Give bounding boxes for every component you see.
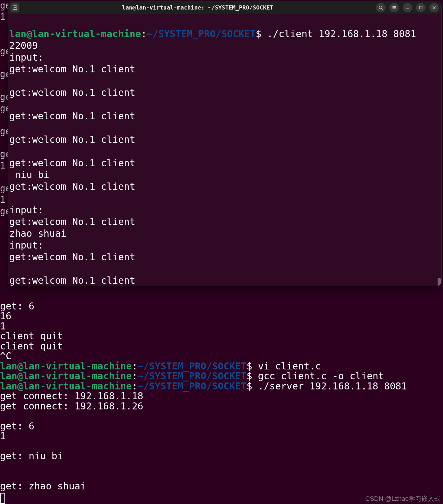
output-line: get:welcom No.1 client (9, 216, 135, 227)
terminal-cursor (0, 493, 5, 504)
output-line: get:welcom No.1 client (9, 275, 135, 286)
close-button[interactable] (429, 3, 439, 12)
prompt-path: ~/SYSTEM_PRO/SOCKET (147, 28, 255, 39)
terminal-window: lan@lan-virtual-machine: ~/SYSTEM_PRO/SO… (8, 1, 442, 286)
output-line: input: (9, 204, 43, 216)
prompt-user: lan@lan-virtual-machine (9, 28, 141, 39)
output-line: 16 (0, 310, 11, 322)
prompt-path: ~/SYSTEM_PRO/SOCKET (137, 370, 246, 381)
output-line: client quit (0, 330, 63, 342)
command-text: vi client.c (258, 361, 321, 372)
output-line: niu bi (9, 169, 49, 180)
output-line: 22009 (9, 40, 38, 51)
output-line: get: niu bi (0, 450, 63, 461)
output-line: input: (9, 240, 43, 251)
titlebar[interactable]: lan@lan-virtual-machine: ~/SYSTEM_PRO/SO… (8, 1, 441, 14)
output-line: get: zhao shuai (0, 481, 86, 492)
hamburger-icon (392, 5, 396, 10)
window-title: lan@lan-virtual-machine: ~/SYSTEM_PRO/SO… (19, 4, 376, 11)
prompt-user: lan@lan-virtual-machine (0, 361, 132, 372)
prompt-user: lan@lan-virtual-machine (0, 370, 132, 381)
output-line: get connect: 192.168.1.26 (0, 401, 143, 412)
output-line: ^C (0, 350, 11, 361)
scrollbar-thumb[interactable] (438, 278, 441, 286)
maximize-icon (419, 5, 423, 10)
output-line: get:welcom No.1 client (9, 181, 135, 192)
output-line: get:welcom No.1 client (9, 63, 135, 75)
search-icon (379, 5, 383, 10)
background-terminal-body[interactable]: get: 6 16 1 client quit client quit ^C l… (0, 291, 443, 491)
minimize-icon (405, 5, 410, 10)
close-icon (432, 5, 436, 10)
search-button[interactable] (376, 3, 386, 12)
output-line: client quit (0, 341, 63, 352)
prompt-path: ~/SYSTEM_PRO/SOCKET (137, 381, 246, 392)
output-line: zhao shuai (9, 228, 67, 239)
menu-button[interactable] (389, 3, 399, 12)
command-text: gcc client.c -o client (258, 370, 384, 381)
output-line: get:welcom No.1 client (9, 87, 135, 98)
new-tab-button[interactable] (10, 3, 19, 12)
output-line: get connect: 192.168.1.18 (0, 390, 143, 401)
terminal-body[interactable]: lan@lan-virtual-machine:~/SYSTEM_PRO/SOC… (8, 14, 441, 286)
prompt-user: lan@lan-virtual-machine (0, 381, 132, 392)
svg-rect-9 (420, 6, 422, 9)
minimize-button[interactable] (403, 3, 412, 12)
command-text: ./client 192.168.1.18 8081 (267, 28, 416, 39)
output-line: 1 (0, 321, 6, 332)
maximize-button[interactable] (416, 3, 426, 12)
output-line: get:welcom No.1 client (9, 157, 135, 169)
new-tab-icon (12, 5, 17, 10)
output-line: input: (9, 52, 43, 63)
output-line: get:welcom No.1 client (9, 251, 135, 262)
output-line: get: 6 (0, 421, 34, 432)
output-line: get:welcom No.1 client (9, 110, 135, 122)
svg-point-3 (379, 6, 382, 9)
command-text: ./server 192.168.1.18 8081 (258, 381, 407, 392)
output-line: get:welcom No.1 client (9, 134, 135, 145)
output-line: get: 6 (0, 301, 34, 312)
prompt-path: ~/SYSTEM_PRO/SOCKET (137, 361, 246, 372)
output-line: 1 (0, 430, 6, 441)
svg-line-4 (382, 9, 383, 10)
watermark: CSDN @Lzhao学习嵌入式 (365, 495, 440, 503)
